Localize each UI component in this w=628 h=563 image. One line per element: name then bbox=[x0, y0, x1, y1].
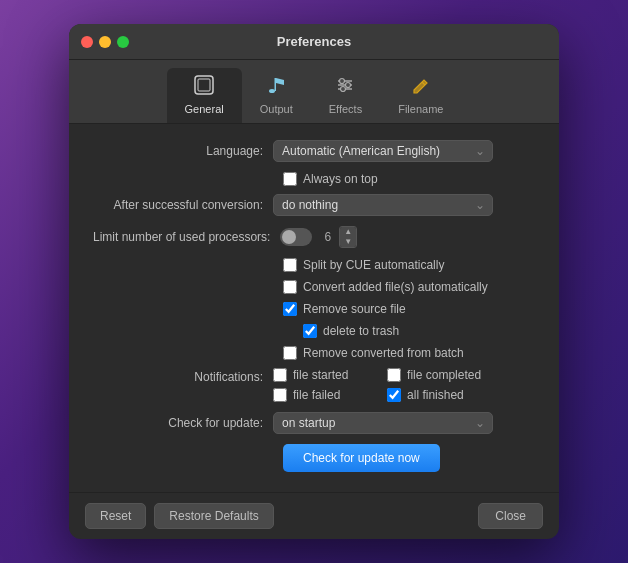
check-update-label: Check for update: bbox=[93, 416, 273, 430]
notif-file-failed-label: file failed bbox=[293, 388, 340, 402]
remove-source-row: Remove source file bbox=[283, 302, 535, 316]
general-icon bbox=[193, 74, 215, 99]
delete-trash-label: delete to trash bbox=[323, 324, 399, 338]
processor-stepper: ▲ ▼ bbox=[339, 226, 357, 248]
preferences-window: Preferences General Output bbox=[69, 24, 559, 539]
footer-left-buttons: Reset Restore Defaults bbox=[85, 503, 274, 529]
notifications-row: Notifications: file started file complet… bbox=[93, 368, 535, 402]
tab-general-label: General bbox=[185, 103, 224, 115]
window-title: Preferences bbox=[277, 34, 351, 49]
content-area: Language: Automatic (American English) E… bbox=[69, 124, 559, 484]
language-select[interactable]: Automatic (American English) English Spa… bbox=[273, 140, 493, 162]
titlebar: Preferences bbox=[69, 24, 559, 60]
stepper-down[interactable]: ▼ bbox=[340, 237, 356, 247]
split-cue-checkbox[interactable] bbox=[283, 258, 297, 272]
tab-effects[interactable]: Effects bbox=[311, 68, 380, 123]
convert-added-label: Convert added file(s) automatically bbox=[303, 280, 488, 294]
notifications-grid: file started file completed file failed … bbox=[273, 368, 481, 402]
notif-all-finished-label: all finished bbox=[407, 388, 464, 402]
reset-button[interactable]: Reset bbox=[85, 503, 146, 529]
processors-label: Limit number of used processors: bbox=[93, 230, 280, 244]
close-window-button[interactable]: Close bbox=[478, 503, 543, 529]
notif-all-finished-checkbox[interactable] bbox=[387, 388, 401, 402]
language-label: Language: bbox=[93, 144, 273, 158]
remove-converted-label: Remove converted from batch bbox=[303, 346, 464, 360]
check-update-row: Check for update: on startup daily weekl… bbox=[93, 412, 535, 434]
tab-general[interactable]: General bbox=[167, 68, 242, 123]
notif-all-finished: all finished bbox=[387, 388, 481, 402]
tab-output[interactable]: Output bbox=[242, 68, 311, 123]
after-conversion-select[interactable]: do nothing quit sleep bbox=[273, 194, 493, 216]
tab-filename[interactable]: Filename bbox=[380, 68, 461, 123]
after-conversion-select-wrapper: do nothing quit sleep bbox=[273, 194, 493, 216]
maximize-button[interactable] bbox=[117, 36, 129, 48]
processors-toggle[interactable] bbox=[280, 228, 312, 246]
remove-source-label: Remove source file bbox=[303, 302, 406, 316]
svg-point-9 bbox=[341, 87, 346, 92]
svg-point-8 bbox=[346, 83, 351, 88]
tab-filename-label: Filename bbox=[398, 103, 443, 115]
always-on-top-checkbox[interactable] bbox=[283, 172, 297, 186]
always-on-top-label: Always on top bbox=[303, 172, 378, 186]
restore-defaults-button[interactable]: Restore Defaults bbox=[154, 503, 273, 529]
notif-file-started-checkbox[interactable] bbox=[273, 368, 287, 382]
svg-rect-3 bbox=[275, 78, 277, 91]
check-update-select-wrapper: on startup daily weekly never bbox=[273, 412, 493, 434]
processor-value: 6 bbox=[324, 230, 331, 244]
notif-file-completed-checkbox[interactable] bbox=[387, 368, 401, 382]
split-cue-row: Split by CUE automatically bbox=[283, 258, 535, 272]
toggle-knob bbox=[282, 230, 296, 244]
convert-added-checkbox[interactable] bbox=[283, 280, 297, 294]
notif-file-failed: file failed bbox=[273, 388, 367, 402]
processors-row: Limit number of used processors: 6 ▲ ▼ bbox=[93, 226, 535, 248]
split-cue-label: Split by CUE automatically bbox=[303, 258, 444, 272]
filename-icon bbox=[410, 74, 432, 99]
footer: Reset Restore Defaults Close bbox=[69, 492, 559, 539]
notif-file-completed: file completed bbox=[387, 368, 481, 382]
toolbar: General Output bbox=[69, 60, 559, 124]
notif-file-started-label: file started bbox=[293, 368, 348, 382]
language-select-wrapper: Automatic (American English) English Spa… bbox=[273, 140, 493, 162]
processor-controls: 6 ▲ ▼ bbox=[280, 226, 357, 248]
minimize-button[interactable] bbox=[99, 36, 111, 48]
svg-point-7 bbox=[340, 79, 345, 84]
delete-trash-checkbox[interactable] bbox=[303, 324, 317, 338]
after-conversion-label: After successful conversion: bbox=[93, 198, 273, 212]
traffic-lights bbox=[81, 36, 129, 48]
remove-converted-checkbox[interactable] bbox=[283, 346, 297, 360]
check-update-now-button[interactable]: Check for update now bbox=[283, 444, 440, 472]
delete-trash-row: delete to trash bbox=[303, 324, 535, 338]
convert-added-row: Convert added file(s) automatically bbox=[283, 280, 535, 294]
svg-rect-1 bbox=[198, 79, 210, 91]
close-button[interactable] bbox=[81, 36, 93, 48]
remove-converted-row: Remove converted from batch bbox=[283, 346, 535, 360]
always-on-top-row: Always on top bbox=[283, 172, 535, 186]
language-row: Language: Automatic (American English) E… bbox=[93, 140, 535, 162]
output-icon bbox=[265, 74, 287, 99]
effects-icon bbox=[334, 74, 356, 99]
remove-source-checkbox[interactable] bbox=[283, 302, 297, 316]
after-conversion-row: After successful conversion: do nothing … bbox=[93, 194, 535, 216]
notif-file-completed-label: file completed bbox=[407, 368, 481, 382]
stepper-up[interactable]: ▲ bbox=[340, 227, 356, 237]
notif-file-started: file started bbox=[273, 368, 367, 382]
tab-effects-label: Effects bbox=[329, 103, 362, 115]
check-update-select[interactable]: on startup daily weekly never bbox=[273, 412, 493, 434]
svg-point-2 bbox=[269, 89, 275, 93]
notif-file-failed-checkbox[interactable] bbox=[273, 388, 287, 402]
tab-output-label: Output bbox=[260, 103, 293, 115]
notifications-label: Notifications: bbox=[93, 368, 273, 384]
